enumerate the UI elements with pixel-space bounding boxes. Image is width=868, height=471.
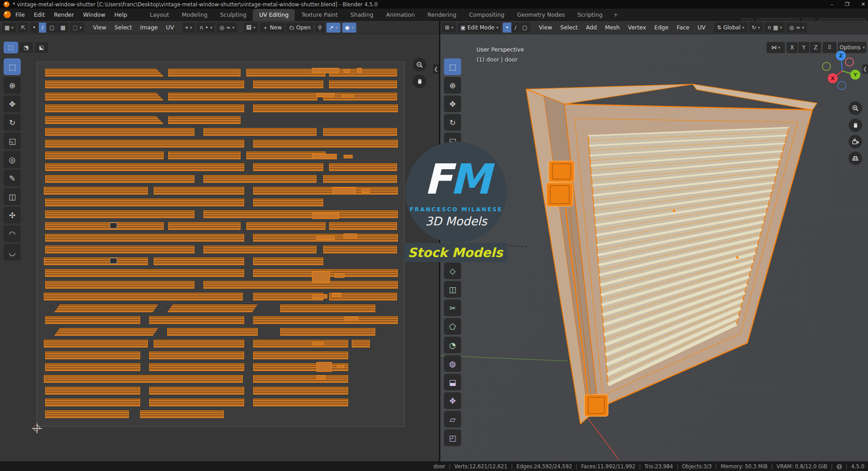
uv-island[interactable] (344, 233, 357, 239)
workspace-tab-shading[interactable]: Shading (344, 9, 380, 21)
tool-rotate[interactable]: ↻ (444, 114, 461, 131)
tool-cursor-2d[interactable]: ⊕ (4, 77, 21, 94)
menu-edit[interactable]: Edit (29, 10, 49, 20)
tool-rip-region[interactable]: ◰ (444, 429, 461, 446)
uv-island[interactable] (253, 352, 348, 359)
uv-island[interactable] (253, 316, 398, 324)
viewport-menu-vertex[interactable]: Vertex (624, 23, 650, 32)
tool-move[interactable]: ✥ (4, 95, 21, 112)
viewport-region-collapse-arrow[interactable]: ❮ (862, 64, 868, 74)
uv-island[interactable] (253, 363, 348, 371)
image-pin-button[interactable]: ⚲ (315, 23, 325, 33)
mirror-x-button[interactable]: X (786, 42, 798, 53)
uv-island[interactable] (45, 175, 194, 183)
uv-region-collapse-arrow[interactable]: ❮ (433, 64, 439, 74)
viewport-menu-select[interactable]: Select (556, 23, 582, 32)
uv-island[interactable] (316, 376, 326, 379)
shutter-top-rail-right[interactable] (693, 84, 817, 110)
uv-island[interactable] (316, 235, 335, 240)
navigation-gizmo[interactable]: Z Y X (822, 47, 865, 90)
uv-island[interactable] (140, 410, 224, 418)
tool-rip-region[interactable]: ◫ (4, 188, 21, 205)
uv-island[interactable] (312, 271, 330, 282)
uv-island[interactable] (45, 140, 244, 147)
uv-editor-canvas[interactable]: ⬚ ⬔ ⬕ ⬚⊕✥↻◱◎✎◫✣◠◡ ❮ (0, 34, 439, 461)
uv-island[interactable] (45, 387, 140, 395)
uv-island[interactable] (45, 128, 194, 136)
viewport-zoom-button[interactable] (849, 101, 862, 115)
uv-island[interactable] (45, 93, 164, 100)
workspace-tab-animation[interactable]: Animation (380, 9, 421, 21)
tool-edge-slide[interactable]: ⬓ (444, 374, 461, 390)
uv-island[interactable] (203, 210, 398, 218)
tool-shrink-fatten[interactable]: ✥ (444, 392, 461, 409)
uv-island[interactable] (203, 246, 316, 253)
uv-island[interactable] (154, 340, 244, 347)
select-mode-extend-button[interactable]: ⬔ (19, 42, 33, 53)
viewport-menu-uv[interactable]: UV (693, 23, 710, 32)
tool-grab[interactable]: ✣ (4, 207, 21, 224)
gizmo-axis-neg-y[interactable] (822, 62, 830, 71)
tool-select-box[interactable]: ⬚ (4, 58, 21, 75)
uv-island[interactable] (253, 257, 323, 265)
uv-island[interactable] (44, 293, 243, 300)
tool-relax[interactable]: ◠ (4, 225, 21, 242)
uv-island[interactable] (44, 340, 148, 347)
uv-island[interactable] (149, 363, 244, 371)
tool-scale[interactable]: ◱ (4, 133, 21, 149)
uv-island[interactable] (253, 187, 398, 195)
axis-x-red[interactable] (584, 413, 619, 460)
uv-island[interactable] (45, 269, 244, 277)
gizmo-axis-neg-x[interactable] (845, 58, 854, 66)
minimize-button[interactable]: – (830, 1, 833, 7)
uv-island[interactable] (168, 152, 241, 159)
uv-island[interactable] (45, 116, 164, 124)
uv-overlays-dropdown[interactable]: ◉▾ (342, 23, 356, 33)
uv-island[interactable] (45, 199, 244, 206)
uv-island[interactable] (149, 316, 244, 324)
tool-loop-cut[interactable]: ◫ (444, 281, 461, 298)
uv-menu-uv[interactable]: UV (162, 23, 178, 32)
workspace-tab-layout[interactable]: Layout (143, 9, 175, 21)
uv-pivot-dropdown[interactable]: ⌖▾ (183, 23, 195, 33)
uv-island[interactable] (344, 69, 350, 72)
maximize-button[interactable]: ❐ (845, 1, 849, 7)
uv-island[interactable] (332, 187, 356, 195)
viewport-camera-button[interactable] (849, 135, 862, 148)
uv-island[interactable] (45, 363, 140, 371)
uv-island[interactable] (329, 222, 397, 230)
uv-island[interactable] (44, 375, 243, 383)
workspace-tab-modeling[interactable]: Modeling (175, 9, 214, 21)
uv-editor-type-button[interactable]: ▦▾ (2, 23, 16, 33)
uv-island[interactable] (312, 294, 327, 299)
mode-dropdown[interactable]: ▣Edit Mode▾ (458, 23, 501, 33)
image-browse-dropdown[interactable]: 🖽▾ (244, 23, 259, 33)
uv-island[interactable] (344, 155, 353, 158)
uv-island[interactable] (335, 273, 344, 278)
uv-island[interactable] (167, 304, 258, 312)
uv-island[interactable] (149, 387, 244, 395)
mirror-z-button[interactable]: Z (810, 42, 821, 53)
tool-smooth[interactable]: ◍ (444, 355, 461, 372)
uv-select-mode-vertex[interactable]: • (30, 23, 38, 33)
uv-island[interactable] (54, 304, 158, 312)
add-workspace-tab[interactable]: + (609, 9, 623, 21)
uv-island[interactable] (203, 281, 398, 289)
workspace-tab-compositing[interactable]: Compositing (462, 9, 510, 21)
viewport-menu-view[interactable]: View (535, 23, 557, 32)
uv-island[interactable] (329, 69, 397, 76)
tool-shear[interactable]: ▱ (444, 411, 461, 428)
uv-island[interactable] (342, 94, 354, 98)
uv-2d-cursor[interactable] (32, 423, 42, 433)
uv-island[interactable] (203, 128, 316, 136)
tool-spin[interactable]: ◔ (444, 337, 461, 353)
uv-island[interactable] (246, 222, 326, 230)
uv-menu-view[interactable]: View (89, 23, 111, 32)
uv-island[interactable] (253, 140, 398, 147)
uv-island[interactable] (45, 222, 164, 230)
uv-island[interactable] (168, 222, 241, 230)
uv-proportional-edit-group[interactable]: ◎≈▾ (217, 23, 237, 33)
menu-file[interactable]: File (11, 10, 29, 20)
tool-transform[interactable]: ◎ (4, 151, 21, 168)
tool-rotate[interactable]: ↻ (4, 114, 21, 131)
